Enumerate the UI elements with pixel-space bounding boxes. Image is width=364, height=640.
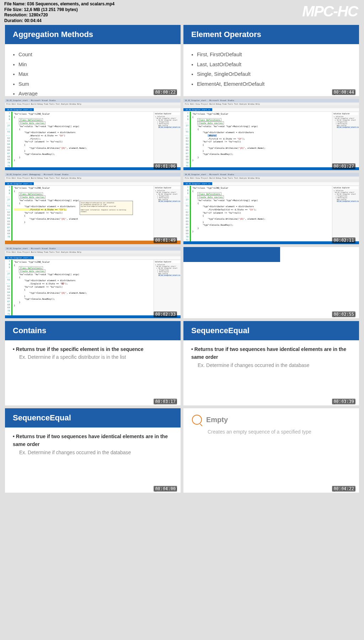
solution-explorer: Solution Explorer ▸ Solution '10_02_Sing… (154, 186, 181, 241)
thumbnail-cell[interactable]: SequenceEqual • Returns true if two sequ… (5, 408, 181, 493)
vs-titlebar: 10_02_Singular_start - Microsoft Visual … (183, 173, 359, 177)
list-item: Average (18, 89, 171, 96)
thumbnail-cell[interactable]: 10_02_Singular_start - Microsoft Visual … (183, 173, 359, 244)
slide-title: SequenceEqual (5, 408, 181, 427)
code-editor: "kw">class "typ">LINQ_Scalar{ Class Defi… (12, 112, 154, 167)
mpc-hc-logo: MPC-HC (302, 3, 358, 20)
slide-title: Aggregation Methods (5, 25, 181, 44)
vs-tabs: 10_02_Singular_start.cs (5, 256, 181, 260)
line-numbers: 789...27...51...626364656667686970 (5, 186, 11, 241)
thumbnail-cell[interactable]: Contains • Returns true if the specific … (5, 321, 181, 405)
timestamp-badge: 00:01:06 (154, 163, 177, 169)
solution-explorer: Solution Explorer ▸ Solution '10_02_Sing… (332, 186, 359, 241)
vs-menubar: File Edit View Project Build Debug Team … (5, 177, 181, 179)
vs-toolbar (5, 105, 181, 108)
vs-titlebar: 10_02_Singular_start (Debugging) - Micro… (5, 173, 181, 177)
thumbnail-cell[interactable]: 10_02_Singular_start - Microsoft Visual … (5, 247, 181, 318)
vs-menubar: File Edit View Project Build Debug Team … (5, 103, 181, 105)
list-item: ElementAt, ElementOrDefault (197, 79, 349, 89)
list-item: Last, LastOrDefault (197, 60, 349, 70)
timestamp-badge: 00:02:55 (332, 311, 355, 317)
vs-tabs: 10_02_Singular_start.cs (183, 182, 359, 186)
timestamp-badge: 00:04:22 (332, 486, 355, 492)
list-item: Count (18, 50, 171, 60)
thumbnail-cell[interactable]: Empty Creates an empty sequence of a spe… (183, 408, 359, 493)
vs-code-thumbnail: 10_02_Singular_start - Microsoft Visual … (5, 99, 181, 170)
thumbnail-cell[interactable]: SequenceEqual • Returns true if two sequ… (183, 321, 359, 405)
file-metadata: File Name: 036 Sequences, elements, and … (4, 1, 114, 23)
solution-explorer: Solution Explorer ▸ Solution '10_02_Sing… (154, 260, 181, 315)
list-item: Single, SingleOrDefault (197, 69, 349, 79)
timestamp-badge: 00:03:17 (154, 399, 177, 404)
icon-slide-title: Empty (206, 416, 228, 424)
code-editor: "kw">class "typ">LINQ_Scalar{ Class Defi… (191, 112, 332, 167)
list-item: Max (18, 69, 171, 79)
code-editor: "kw">class "typ">LINQ_Scalar{ Class Defi… (191, 186, 332, 241)
timestamp-badge: 00:01:27 (332, 163, 355, 169)
vs-tabs: 10_02_Singular_start.cs (183, 108, 359, 112)
vs-code-thumbnail: 10_02_Singular_start - Microsoft Visual … (183, 99, 359, 170)
timestamp-badge: 00:02:11 (332, 237, 355, 243)
vs-titlebar: 10_02_Singular_start - Microsoft Visual … (5, 99, 181, 103)
slide-bold-text: • Returns true if the specific element i… (13, 345, 173, 353)
line-numbers: 789...27...51...626364656667686970717273… (183, 112, 190, 167)
timestamp-badge: 00:00:44 (332, 89, 355, 95)
solution-explorer: Solution Explorer ▸ Solution '10_02_Sing… (332, 112, 359, 167)
vs-toolbar (5, 179, 181, 182)
solution-explorer: Solution Explorer ▸ Solution '10_02_Sing… (154, 112, 181, 167)
magnify-icon (192, 415, 202, 425)
exception-tooltip: InvalidOperationException was unhandledA… (80, 201, 133, 215)
timestamp-badge: 00:01:49 (154, 237, 177, 243)
slide-title: Contains (5, 321, 181, 340)
timestamp-badge: 00:03:39 (332, 399, 355, 404)
thumbnail-cell[interactable]: Element OperatorsFirst, FirstOrDefaultLa… (183, 25, 359, 96)
thumbnail-cell[interactable]: lynda.com00:02:55 (183, 247, 359, 318)
vs-code-thumbnail: 10_02_Singular_start (Debugging) - Micro… (5, 173, 181, 244)
vs-tabs: 10_02_Singular_start.cs (5, 182, 181, 186)
timestamp-badge: 00:00:22 (154, 89, 177, 95)
vs-titlebar: 10_02_Singular_start - Microsoft Visual … (5, 247, 181, 251)
code-editor: "kw">class "typ">LINQ_Scalar{ Class Defi… (12, 260, 154, 315)
vs-code-thumbnail: 10_02_Singular_start - Microsoft Visual … (183, 173, 359, 244)
vs-menubar: File Edit View Project Build Debug Team … (5, 251, 181, 253)
slide-title: Element Operators (183, 25, 359, 44)
slide-sub-text: Ex. Determine if changes occurred in the… (191, 361, 351, 369)
slide-sub-text: Ex. Determine if a specific distributor … (13, 353, 173, 361)
list-item: Sum (18, 79, 171, 89)
slide-bold-text: • Returns true if two sequences have ide… (13, 432, 173, 448)
vs-code-thumbnail: 10_02_Singular_start - Microsoft Visual … (5, 247, 181, 318)
slide-sub-text: Ex. Determine if changes occurred in the… (13, 448, 173, 456)
icon-slide-subtitle: Creates an empty sequence of a specified… (208, 429, 350, 435)
list-item: First, FirstOrDefault (197, 50, 349, 60)
vs-toolbar (5, 253, 181, 256)
thumbnail-cell[interactable]: Aggregation MethodsCountMinMaxSumAverage… (5, 25, 181, 96)
thumbnail-cell[interactable]: 10_02_Singular_start - Microsoft Visual … (183, 99, 359, 170)
list-item: Min (18, 60, 171, 70)
thumbnail-cell[interactable]: 10_02_Singular_start (Debugging) - Micro… (5, 173, 181, 244)
vs-menubar: File Edit View Project Build Debug Team … (183, 177, 359, 179)
line-numbers: 789...27...51...626364656667686970717273… (5, 112, 11, 167)
vs-menubar: File Edit View Project Build Debug Team … (183, 103, 359, 105)
timestamp-badge: 00:04:00 (154, 486, 177, 492)
line-numbers: 789...27...51...626364656667686970717273… (183, 186, 190, 241)
line-numbers: 789...27...51...626364656667686970717273… (5, 260, 11, 315)
vs-toolbar (183, 179, 359, 182)
slide-bold-text: • Returns true if two sequences have ide… (191, 345, 351, 361)
thumbnail-cell[interactable]: 10_02_Singular_start - Microsoft Visual … (5, 99, 181, 170)
vs-titlebar: 10_02_Singular_start - Microsoft Visual … (183, 99, 359, 103)
slide-title: SequenceEqual (183, 321, 359, 340)
partial-slide-header (183, 247, 280, 262)
vs-toolbar (183, 105, 359, 108)
timestamp-badge: 00:02:33 (154, 311, 177, 317)
vs-tabs: 10_02_Singular_start.cs (5, 108, 181, 112)
